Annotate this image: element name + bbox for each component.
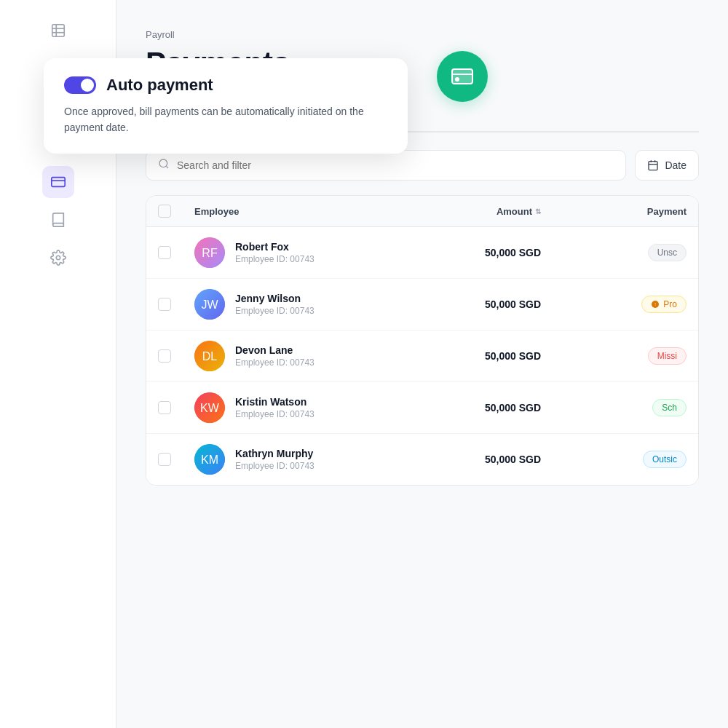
row-checkbox[interactable]: [158, 349, 171, 363]
tooltip-title: Auto payment: [106, 76, 213, 95]
auto-payment-tooltip: Auto payment Once approved, bill payment…: [44, 58, 408, 154]
table-row[interactable]: JW Jenny Wilson Employee ID: 00743 50,00…: [146, 279, 698, 331]
select-all-checkbox[interactable]: [158, 205, 171, 218]
employee-cell: JW Jenny Wilson Employee ID: 00743: [194, 289, 395, 320]
avatar: KW: [194, 392, 225, 423]
employee-id: Employee ID: 00743: [235, 461, 314, 471]
employee-name: Jenny Wilson: [235, 293, 314, 304]
employee-name: Kristin Watson: [235, 396, 314, 408]
table-header-row: Employee Amount ⇅ Payment: [146, 196, 698, 227]
th-amount: Amount ⇅: [395, 206, 541, 217]
search-icon: [158, 158, 170, 173]
th-employee: Employee: [194, 206, 395, 217]
employee-cell: RF Robert Fox Employee ID: 00743: [194, 237, 395, 268]
status-badge: Unsc: [648, 244, 687, 261]
employee-cell: DL Devon Lane Employee ID: 00743: [194, 341, 395, 371]
row-checkbox[interactable]: [158, 246, 171, 259]
amount-cell: 50,000 SGD: [395, 350, 541, 362]
svg-text:KM: KM: [201, 454, 218, 466]
employee-id: Employee ID: 00743: [235, 357, 314, 368]
status-badge: Missi: [648, 347, 687, 365]
svg-text:DL: DL: [202, 350, 218, 363]
search-input[interactable]: [177, 159, 614, 171]
sidebar-item-book[interactable]: [42, 204, 74, 236]
avatar: KM: [194, 444, 225, 475]
auto-payment-toggle[interactable]: [64, 76, 96, 94]
status-badge: ! Pro: [641, 296, 687, 313]
svg-point-17: [159, 159, 167, 167]
payments-table: Employee Amount ⇅ Payment RF Robert Fox …: [146, 195, 699, 486]
status-badge: Outsic: [643, 451, 687, 468]
th-payment: Payment: [541, 206, 687, 217]
sidebar-item-payments[interactable]: [42, 166, 74, 198]
amount-cell: 50,000 SGD: [395, 402, 541, 414]
employee-id: Employee ID: 00743: [235, 409, 314, 419]
amount-cell: 50,000 SGD: [395, 298, 541, 310]
svg-rect-18: [649, 162, 657, 170]
employee-name: Robert Fox: [235, 241, 314, 253]
date-filter-button[interactable]: Date: [635, 150, 699, 181]
employee-cell: KM Kathryn Murphy Employee ID: 00743: [194, 444, 395, 475]
status-cell: Sch: [541, 399, 687, 416]
breadcrumb: Payroll: [146, 29, 699, 40]
date-button-label: Date: [665, 159, 687, 171]
status-cell: ! Pro: [541, 296, 687, 313]
status-cell: Unsc: [541, 244, 687, 261]
employee-id: Employee ID: 00743: [235, 306, 314, 316]
tooltip-description: Once approved, bill payments can be auto…: [64, 103, 387, 136]
table-row[interactable]: DL Devon Lane Employee ID: 00743 50,000 …: [146, 331, 698, 382]
svg-point-12: [56, 256, 60, 260]
sidebar-item-table[interactable]: [42, 15, 74, 47]
svg-rect-0: [52, 25, 64, 37]
employee-cell: KW Kristin Watson Employee ID: 00743: [194, 392, 395, 423]
avatar: DL: [194, 341, 225, 371]
table-row[interactable]: RF Robert Fox Employee ID: 00743 50,000 …: [146, 227, 698, 279]
row-checkbox[interactable]: [158, 453, 171, 466]
table-row[interactable]: KW Kristin Watson Employee ID: 00743 50,…: [146, 382, 698, 434]
search-box: [146, 150, 626, 181]
row-checkbox[interactable]: [158, 401, 171, 414]
row-checkbox[interactable]: [158, 298, 171, 311]
table-row[interactable]: KM Kathryn Murphy Employee ID: 00743 50,…: [146, 434, 698, 485]
amount-sort-icon[interactable]: ⇅: [535, 207, 541, 215]
sidebar-item-settings[interactable]: [42, 242, 74, 274]
avatar: RF: [194, 237, 225, 268]
svg-point-16: [455, 77, 459, 82]
svg-text:JW: JW: [201, 298, 218, 311]
avatar: JW: [194, 289, 225, 320]
svg-text:RF: RF: [202, 247, 218, 259]
status-cell: Missi: [541, 347, 687, 365]
status-badge: Sch: [652, 399, 687, 416]
svg-rect-13: [452, 69, 472, 84]
search-row: Date: [146, 150, 699, 181]
amount-cell: 50,000 SGD: [395, 247, 541, 258]
svg-rect-10: [51, 178, 64, 187]
employee-id: Employee ID: 00743: [235, 254, 314, 264]
employee-name: Kathryn Murphy: [235, 448, 314, 459]
svg-text:KW: KW: [200, 402, 220, 414]
employee-name: Devon Lane: [235, 344, 314, 356]
amount-cell: 50,000 SGD: [395, 454, 541, 465]
payments-float-icon: [437, 51, 488, 102]
status-cell: Outsic: [541, 451, 687, 468]
